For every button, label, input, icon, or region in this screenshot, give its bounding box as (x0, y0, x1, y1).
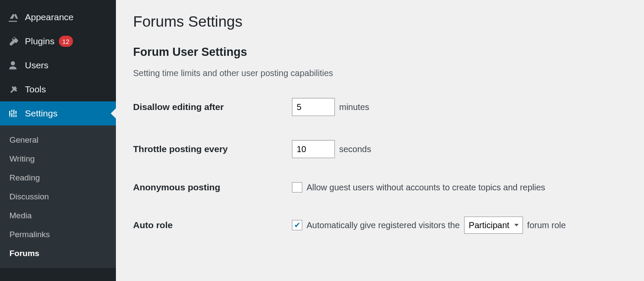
sidebar-item-label: Tools (25, 84, 46, 95)
update-count-badge: 12 (59, 36, 73, 47)
sidebar-item-appearance[interactable]: Appearance (0, 5, 116, 29)
sidebar-item-label: Appearance (25, 12, 73, 22)
field-row-throttle-posting: Throttle posting every seconds (133, 140, 627, 158)
sidebar-item-settings[interactable]: Settings (0, 101, 116, 125)
submenu-item-discussion[interactable]: Discussion (0, 187, 116, 206)
field-label: Anonymous posting (133, 182, 292, 192)
field-row-disallow-editing: Disallow editing after minutes (133, 98, 627, 116)
sidebar-item-label: Users (25, 60, 49, 70)
auto-role-checkbox[interactable] (292, 220, 302, 230)
users-icon (7, 59, 19, 71)
field-row-anonymous-posting: Anonymous posting Allow guest users with… (133, 182, 627, 192)
plugins-icon (7, 35, 19, 47)
field-unit: seconds (339, 144, 371, 154)
field-label: Throttle posting every (133, 144, 292, 154)
submenu-item-permalinks[interactable]: Permalinks (0, 225, 116, 244)
field-unit: minutes (339, 102, 369, 112)
field-label: Auto role (133, 220, 292, 230)
auto-role-suffix: forum role (527, 220, 566, 230)
sidebar-item-tools[interactable]: Tools (0, 77, 116, 101)
tools-icon (7, 83, 19, 95)
appearance-icon (7, 11, 19, 23)
submenu-item-reading[interactable]: Reading (0, 168, 116, 187)
field-label: Disallow editing after (133, 102, 292, 112)
sidebar-item-label: Settings (25, 108, 58, 119)
submenu-item-media[interactable]: Media (0, 206, 116, 225)
section-description: Setting time limits and other user posti… (133, 68, 627, 78)
page-title: Forums Settings (133, 13, 627, 30)
submenu-item-general[interactable]: General (0, 131, 116, 150)
auto-role-select[interactable]: Participant (464, 217, 523, 234)
main-content: Forums Settings Forum User Settings Sett… (116, 0, 644, 281)
disallow-editing-input[interactable] (292, 98, 335, 116)
submenu-item-writing[interactable]: Writing (0, 150, 116, 168)
checkbox-label: Allow guest users without accounts to cr… (307, 183, 545, 192)
settings-submenu: General Writing Reading Discussion Media… (0, 125, 116, 268)
sidebar-item-label: Plugins (25, 36, 55, 46)
submenu-item-forums[interactable]: Forums (0, 244, 116, 263)
settings-icon (7, 107, 19, 119)
anonymous-posting-checkbox[interactable] (292, 182, 302, 192)
sidebar-item-plugins[interactable]: Plugins 12 (0, 29, 116, 53)
throttle-posting-input[interactable] (292, 140, 335, 158)
field-row-auto-role: Auto role Automatically give registered … (133, 217, 627, 234)
section-title: Forum User Settings (133, 46, 627, 59)
auto-role-prefix: Automatically give registered visitors t… (307, 220, 460, 230)
admin-sidebar: Appearance Plugins 12 Users Tools Settin… (0, 0, 116, 281)
sidebar-item-users[interactable]: Users (0, 53, 116, 77)
